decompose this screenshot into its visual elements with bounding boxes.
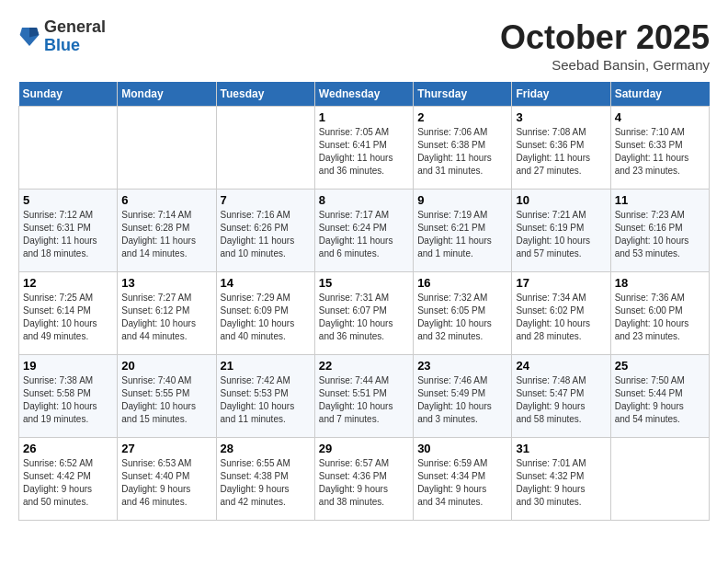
day-info: Sunrise: 7:38 AM Sunset: 5:58 PM Dayligh… [23,374,113,426]
day-info: Sunrise: 6:59 AM Sunset: 4:34 PM Dayligh… [417,457,507,509]
day-cell: 30Sunrise: 6:59 AM Sunset: 4:34 PM Dayli… [414,438,512,521]
logo-blue-text: Blue [44,37,106,55]
day-number: 26 [23,442,113,455]
day-info: Sunrise: 7:48 AM Sunset: 5:47 PM Dayligh… [516,374,606,426]
day-cell: 7Sunrise: 7:16 AM Sunset: 6:26 PM Daylig… [216,190,314,272]
day-info: Sunrise: 7:32 AM Sunset: 6:05 PM Dayligh… [417,292,507,343]
day-info: Sunrise: 7:16 AM Sunset: 6:26 PM Dayligh… [221,209,311,260]
day-number: 10 [516,193,606,207]
day-cell: 20Sunrise: 7:40 AM Sunset: 5:55 PM Dayli… [118,355,216,438]
title-block: October 2025 Seebad Bansin, Germany [500,18,710,73]
day-number: 14 [221,276,311,290]
day-cell: 11Sunrise: 7:23 AM Sunset: 6:16 PM Dayli… [610,190,709,272]
day-number: 19 [23,359,113,373]
day-cell: 2Sunrise: 7:06 AM Sunset: 6:38 PM Daylig… [414,107,512,190]
day-number: 30 [417,442,507,455]
day-cell: 18Sunrise: 7:36 AM Sunset: 6:00 PM Dayli… [610,272,709,355]
day-info: Sunrise: 7:50 AM Sunset: 5:44 PM Dayligh… [615,374,705,426]
day-info: Sunrise: 6:52 AM Sunset: 4:42 PM Dayligh… [23,457,113,509]
day-cell [610,438,709,521]
header-cell-tuesday: Tuesday [216,82,314,107]
day-info: Sunrise: 7:25 AM Sunset: 6:14 PM Dayligh… [23,292,113,343]
day-number: 13 [121,276,211,290]
day-info: Sunrise: 6:53 AM Sunset: 4:40 PM Dayligh… [121,457,211,509]
day-cell: 10Sunrise: 7:21 AM Sunset: 6:19 PM Dayli… [512,190,610,272]
day-info: Sunrise: 7:23 AM Sunset: 6:16 PM Dayligh… [615,209,705,260]
logo: General Blue [18,18,106,55]
header-row: SundayMondayTuesdayWednesdayThursdayFrid… [19,82,710,107]
day-info: Sunrise: 7:10 AM Sunset: 6:33 PM Dayligh… [615,126,705,178]
day-cell: 22Sunrise: 7:44 AM Sunset: 5:51 PM Dayli… [314,355,413,438]
day-cell [19,107,118,190]
day-cell: 17Sunrise: 7:34 AM Sunset: 6:02 PM Dayli… [512,272,610,355]
day-info: Sunrise: 7:14 AM Sunset: 6:28 PM Dayligh… [121,209,211,260]
day-number: 28 [221,442,311,455]
header-cell-wednesday: Wednesday [314,82,413,107]
day-number: 5 [23,193,113,207]
day-number: 11 [615,193,705,207]
day-info: Sunrise: 7:31 AM Sunset: 6:07 PM Dayligh… [319,292,409,343]
header-cell-thursday: Thursday [414,82,512,107]
day-info: Sunrise: 7:36 AM Sunset: 6:00 PM Dayligh… [615,292,705,343]
day-number: 8 [319,193,409,207]
day-info: Sunrise: 7:46 AM Sunset: 5:49 PM Dayligh… [417,374,507,426]
day-info: Sunrise: 7:42 AM Sunset: 5:53 PM Dayligh… [221,374,311,426]
day-cell: 15Sunrise: 7:31 AM Sunset: 6:07 PM Dayli… [314,272,413,355]
day-info: Sunrise: 7:44 AM Sunset: 5:51 PM Dayligh… [319,374,409,426]
day-cell: 31Sunrise: 7:01 AM Sunset: 4:32 PM Dayli… [512,438,610,521]
week-row-4: 19Sunrise: 7:38 AM Sunset: 5:58 PM Dayli… [19,355,710,438]
month-title: October 2025 [500,18,710,57]
day-cell: 13Sunrise: 7:27 AM Sunset: 6:12 PM Dayli… [118,272,216,355]
day-cell: 29Sunrise: 6:57 AM Sunset: 4:36 PM Dayli… [314,438,413,521]
day-info: Sunrise: 7:21 AM Sunset: 6:19 PM Dayligh… [516,209,606,260]
day-cell: 27Sunrise: 6:53 AM Sunset: 4:40 PM Dayli… [118,438,216,521]
day-cell: 14Sunrise: 7:29 AM Sunset: 6:09 PM Dayli… [216,272,314,355]
day-info: Sunrise: 6:55 AM Sunset: 4:38 PM Dayligh… [221,457,311,509]
week-row-1: 1Sunrise: 7:05 AM Sunset: 6:41 PM Daylig… [19,107,710,190]
day-info: Sunrise: 7:19 AM Sunset: 6:21 PM Dayligh… [417,209,507,260]
day-number: 21 [221,359,311,373]
day-cell: 25Sunrise: 7:50 AM Sunset: 5:44 PM Dayli… [610,355,709,438]
page-header: General Blue October 2025 Seebad Bansin,… [18,18,710,73]
week-row-3: 12Sunrise: 7:25 AM Sunset: 6:14 PM Dayli… [19,272,710,355]
day-cell [216,107,314,190]
day-info: Sunrise: 7:40 AM Sunset: 5:55 PM Dayligh… [121,374,211,426]
day-number: 27 [121,442,211,455]
day-cell: 23Sunrise: 7:46 AM Sunset: 5:49 PM Dayli… [414,355,512,438]
day-info: Sunrise: 7:08 AM Sunset: 6:36 PM Dayligh… [516,126,606,178]
day-number: 4 [615,110,705,124]
day-number: 22 [319,359,409,373]
day-cell: 5Sunrise: 7:12 AM Sunset: 6:31 PM Daylig… [19,190,118,272]
day-number: 16 [417,276,507,290]
day-number: 6 [121,193,211,207]
day-cell [118,107,216,190]
day-info: Sunrise: 7:01 AM Sunset: 4:32 PM Dayligh… [516,457,606,509]
day-number: 23 [417,359,507,373]
day-number: 20 [121,359,211,373]
location-text: Seebad Bansin, Germany [500,57,710,73]
header-cell-friday: Friday [512,82,610,107]
day-cell: 21Sunrise: 7:42 AM Sunset: 5:53 PM Dayli… [216,355,314,438]
day-info: Sunrise: 7:12 AM Sunset: 6:31 PM Dayligh… [23,209,113,260]
logo-general-text: General [44,18,106,37]
day-number: 29 [319,442,409,455]
day-number: 24 [516,359,606,373]
day-cell: 19Sunrise: 7:38 AM Sunset: 5:58 PM Dayli… [19,355,118,438]
day-number: 31 [516,442,606,455]
day-cell: 3Sunrise: 7:08 AM Sunset: 6:36 PM Daylig… [512,107,610,190]
day-cell: 1Sunrise: 7:05 AM Sunset: 6:41 PM Daylig… [314,107,413,190]
day-number: 25 [615,359,705,373]
day-cell: 4Sunrise: 7:10 AM Sunset: 6:33 PM Daylig… [610,107,709,190]
day-cell: 28Sunrise: 6:55 AM Sunset: 4:38 PM Dayli… [216,438,314,521]
day-cell: 9Sunrise: 7:19 AM Sunset: 6:21 PM Daylig… [414,190,512,272]
day-number: 18 [615,276,705,290]
day-info: Sunrise: 7:29 AM Sunset: 6:09 PM Dayligh… [221,292,311,343]
day-cell: 26Sunrise: 6:52 AM Sunset: 4:42 PM Dayli… [19,438,118,521]
week-row-5: 26Sunrise: 6:52 AM Sunset: 4:42 PM Dayli… [19,438,710,521]
week-row-2: 5Sunrise: 7:12 AM Sunset: 6:31 PM Daylig… [19,190,710,272]
day-info: Sunrise: 6:57 AM Sunset: 4:36 PM Dayligh… [319,457,409,509]
day-info: Sunrise: 7:27 AM Sunset: 6:12 PM Dayligh… [121,292,211,343]
day-cell: 12Sunrise: 7:25 AM Sunset: 6:14 PM Dayli… [19,272,118,355]
header-cell-saturday: Saturday [610,82,709,107]
day-number: 7 [221,193,311,207]
